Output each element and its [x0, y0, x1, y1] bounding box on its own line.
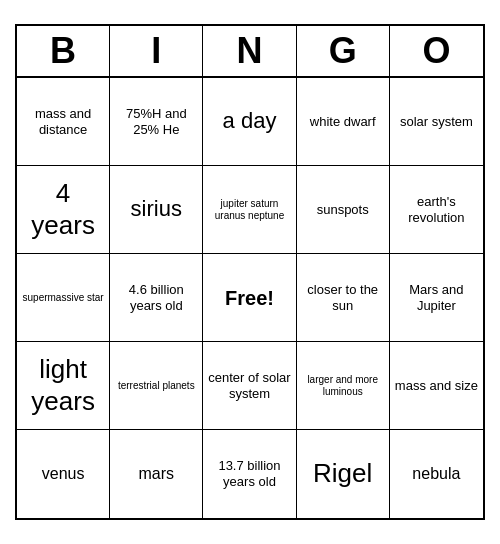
bingo-cell-2: a day	[203, 78, 296, 166]
header-letter: G	[297, 26, 390, 76]
header-letter: B	[17, 26, 110, 76]
bingo-cell-15: light years	[17, 342, 110, 430]
bingo-header: BINGO	[17, 26, 483, 78]
header-letter: O	[390, 26, 483, 76]
bingo-cell-23: Rigel	[297, 430, 390, 518]
bingo-cell-7: jupiter saturn uranus neptune	[203, 166, 296, 254]
bingo-cell-13: closer to the sun	[297, 254, 390, 342]
header-letter: N	[203, 26, 296, 76]
bingo-cell-9: earth's revolution	[390, 166, 483, 254]
bingo-cell-11: 4.6 billion years old	[110, 254, 203, 342]
bingo-cell-16: terrestrial planets	[110, 342, 203, 430]
bingo-cell-5: 4 years	[17, 166, 110, 254]
bingo-cell-17: center of solar system	[203, 342, 296, 430]
header-letter: I	[110, 26, 203, 76]
bingo-cell-19: mass and size	[390, 342, 483, 430]
bingo-cell-4: solar system	[390, 78, 483, 166]
bingo-cell-24: nebula	[390, 430, 483, 518]
bingo-cell-10: supermassive star	[17, 254, 110, 342]
bingo-cell-21: mars	[110, 430, 203, 518]
bingo-cell-0: mass and distance	[17, 78, 110, 166]
bingo-cell-18: larger and more luminous	[297, 342, 390, 430]
bingo-cell-8: sunspots	[297, 166, 390, 254]
bingo-card: BINGO mass and distance75%H and 25% Hea …	[15, 24, 485, 520]
bingo-cell-3: white dwarf	[297, 78, 390, 166]
bingo-cell-22: 13.7 billion years old	[203, 430, 296, 518]
bingo-cell-20: venus	[17, 430, 110, 518]
bingo-cell-14: Mars and Jupiter	[390, 254, 483, 342]
bingo-cell-12: Free!	[203, 254, 296, 342]
bingo-cell-1: 75%H and 25% He	[110, 78, 203, 166]
bingo-cell-6: sirius	[110, 166, 203, 254]
bingo-grid: mass and distance75%H and 25% Hea daywhi…	[17, 78, 483, 518]
